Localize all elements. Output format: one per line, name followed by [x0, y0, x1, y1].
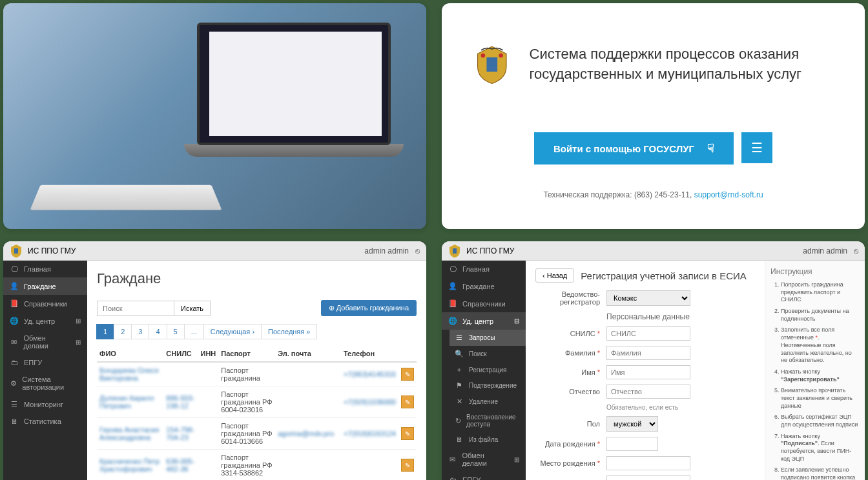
- mini-crest-icon: [10, 244, 23, 258]
- search-icon: 🔍: [455, 350, 464, 358]
- sidebar-item-remote[interactable]: 🌐Уд. центр⊟: [442, 312, 526, 330]
- login-gosuslugi-button[interactable]: Войти с помощью ГОСУСЛУГ ☟: [534, 132, 734, 165]
- page-1[interactable]: 1: [96, 324, 114, 339]
- dob-input[interactable]: [606, 437, 658, 451]
- folder-icon: 🗀: [448, 476, 457, 480]
- search-input[interactable]: [97, 301, 174, 316]
- page-4[interactable]: 4: [149, 324, 167, 339]
- sidebar-sub-requests[interactable]: ☰Запросы: [450, 330, 526, 346]
- page-3[interactable]: 3: [131, 324, 149, 339]
- edit-button[interactable]: ✎: [401, 459, 414, 472]
- instruction-item: Попросить гражданина предъявить паспорт …: [781, 281, 860, 304]
- table-row: Бондарева Олеся Викторовна Паспорт гражд…: [97, 362, 417, 386]
- plus-icon: +: [455, 366, 464, 374]
- expand-icon: ⊞: [76, 317, 81, 325]
- form-title: Регистрация учетной записи в ЕСИА: [581, 270, 747, 281]
- edit-button[interactable]: ✎: [401, 395, 414, 408]
- gender-select[interactable]: мужской: [606, 416, 658, 432]
- sidebar-item-citizens[interactable]: 👤Граждане: [442, 277, 526, 295]
- envelope-icon: ✉: [448, 455, 457, 464]
- search-button[interactable]: Искать: [174, 301, 211, 316]
- cell-fio[interactable]: Дулянин Кирилл Петрович: [97, 386, 163, 418]
- page-2[interactable]: 2: [114, 324, 132, 339]
- cell-email: [275, 362, 341, 386]
- menu-button[interactable]: ☰: [741, 132, 772, 163]
- sidebar-item-exchange[interactable]: ✉Обмен делами⊞: [442, 447, 526, 472]
- sidebar-item-stats[interactable]: 🗎Статистика: [3, 413, 87, 430]
- cell-fio[interactable]: Красниченко Петр Христофорович: [97, 450, 163, 481]
- sidebar-item-epgu[interactable]: 🗀ЕПГУ: [442, 472, 526, 480]
- sidebar-sub-delete[interactable]: ✕Удаление: [450, 394, 526, 410]
- instruction-item: Выбрать сертификат ЭЦП для осуществления…: [781, 414, 860, 428]
- col-passport: Паспорт: [218, 346, 275, 362]
- cell-inn: [198, 450, 219, 481]
- edit-button[interactable]: ✎: [401, 427, 414, 440]
- sidebar-sub-confirm[interactable]: ⚑Подтверждение: [450, 377, 526, 394]
- sidebar-item-refs[interactable]: 📕Справочники: [3, 295, 87, 312]
- support-email-link[interactable]: support@rnd-soft.ru: [694, 190, 763, 199]
- sidebar-sub-register[interactable]: +Регистрация: [450, 362, 526, 377]
- table-row: Красниченко Петр Христофорович 638-005-4…: [97, 450, 417, 481]
- svg-rect-4: [453, 248, 457, 254]
- sidebar-sub-file[interactable]: 🗎Из файла: [450, 432, 526, 447]
- bars-icon: ☰: [10, 400, 19, 408]
- page-Следующая ›[interactable]: Следующая ›: [203, 324, 262, 339]
- back-button[interactable]: ‹ Назад: [535, 268, 574, 283]
- refresh-icon: ↻: [455, 417, 461, 425]
- sidebar-item-citizens[interactable]: 👤Граждане: [3, 277, 87, 295]
- topbar: ИС ППО ГМУ admin admin ⎋: [442, 241, 865, 261]
- support-line: Техническая поддержка: (863) 245-23-11, …: [474, 190, 832, 199]
- edit-button[interactable]: ✎: [401, 368, 414, 381]
- pob-label: Место рождения *: [535, 459, 600, 467]
- sidebar-sub-search[interactable]: 🔍Поиск: [450, 346, 526, 362]
- sidebar-item-refs[interactable]: 📕Справочники: [442, 295, 526, 312]
- current-user: admin admin: [364, 246, 409, 255]
- gear-icon: ⚙: [10, 379, 17, 388]
- app-name: ИС ППО ГМУ: [466, 246, 514, 255]
- x-icon: ✕: [455, 397, 464, 406]
- logout-icon[interactable]: ⎋: [854, 246, 858, 255]
- cell-inn: [198, 418, 219, 450]
- add-citizen-button[interactable]: ⊕ Добавить гражданина: [321, 300, 417, 316]
- lastname-input[interactable]: [606, 346, 690, 360]
- firstname-input[interactable]: [606, 365, 690, 379]
- cell-phone: +7(928)1036000: [341, 386, 398, 418]
- section-personal: Персональные данные: [606, 312, 755, 321]
- sidebar-item-monitoring[interactable]: ☰Мониторинг: [3, 395, 87, 413]
- sidebar-sub-restore[interactable]: ↻Восстановление доступа: [450, 410, 526, 432]
- cell-phone: [341, 450, 398, 481]
- agency-select[interactable]: Комэкс: [606, 290, 690, 306]
- login-title: Система поддержки процессов оказания гос…: [530, 45, 832, 85]
- snils-input[interactable]: [606, 326, 690, 341]
- patronymic-input[interactable]: [606, 385, 690, 399]
- sidebar-item-home[interactable]: 🖵Главная: [3, 261, 87, 277]
- page-Последняя »[interactable]: Последняя »: [261, 324, 317, 339]
- globe-icon: 🌐: [448, 317, 457, 325]
- cell-inn: [198, 362, 219, 386]
- page-5[interactable]: 5: [167, 324, 185, 339]
- sidebar-item-exchange[interactable]: ✉Обмен делами⊞: [3, 330, 87, 354]
- cell-fio[interactable]: Герова Анастасия Александровна: [97, 418, 163, 450]
- svg-point-2: [499, 54, 503, 58]
- instruction-item: Проверить документы на подлинность: [781, 308, 860, 323]
- sidebar-item-home[interactable]: 🖵Главная: [442, 261, 526, 277]
- email-input[interactable]: [606, 475, 690, 480]
- cell-inn: [198, 386, 219, 418]
- sidebar-item-auth[interactable]: ⚙Система авторизации: [3, 371, 87, 395]
- sidebar-item-epgu[interactable]: 🗀ЕПГУ: [3, 354, 87, 371]
- cell-snils: 638-005-482-36: [163, 450, 198, 481]
- pob-input[interactable]: [606, 456, 690, 470]
- envelope-icon: ✉: [10, 338, 18, 346]
- sidebar: 🖵Главная 👤Граждане 📕Справочники 🌐Уд. цен…: [442, 261, 526, 480]
- user-icon: 👤: [448, 282, 457, 290]
- pointer-icon: ☟: [707, 141, 714, 155]
- sidebar-item-remote[interactable]: 🌐Уд. центр⊞: [3, 312, 87, 330]
- cell-passport: Паспорт гражданина РФ 3314-538862: [218, 450, 275, 481]
- gender-label: Пол: [535, 420, 600, 428]
- list-icon: ☰: [455, 334, 464, 342]
- patronymic-helper: Обязательно, если есть: [606, 404, 678, 411]
- coat-of-arms-icon: [474, 29, 510, 100]
- page-...[interactable]: ...: [184, 324, 204, 339]
- cell-fio[interactable]: Бондарева Олеся Викторовна: [97, 362, 163, 386]
- logout-icon[interactable]: ⎋: [415, 246, 420, 255]
